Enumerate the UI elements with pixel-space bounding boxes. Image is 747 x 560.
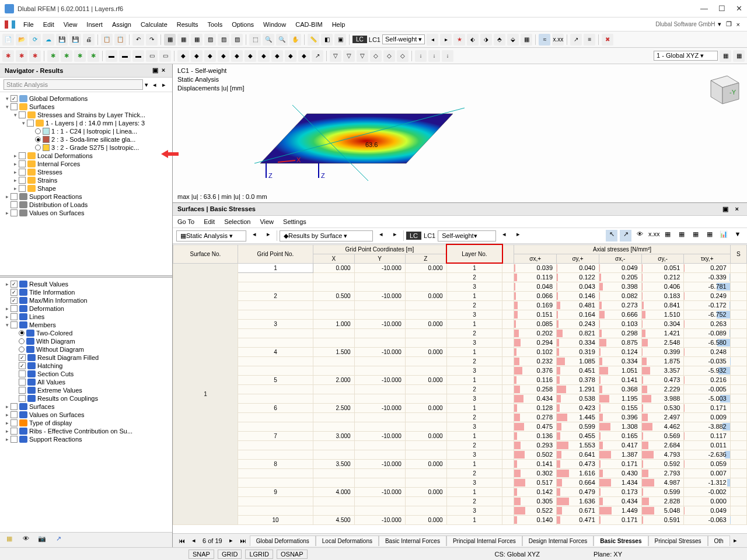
s2-icon[interactable]: ✱ [16,50,27,62]
tree-item[interactable]: ▸Result Values [1,280,171,288]
p2-icon[interactable]: ◆ [191,50,203,62]
ld3-icon[interactable]: ↓ [442,50,453,62]
tree-item[interactable]: ▸Stresses [1,168,171,176]
table-tab[interactable]: Oth [708,536,730,546]
tree-item[interactable]: Result Diagram Filled [1,354,171,362]
m4-icon[interactable]: ▭ [146,50,158,62]
p9-icon[interactable]: ◆ [285,50,296,62]
tree-item[interactable]: ▸Lines [1,313,171,321]
sup1-icon[interactable]: ▽ [330,50,341,62]
col-sx-[interactable]: σx,- [599,254,641,263]
ld2-icon[interactable]: ↓ [428,50,440,62]
nav-next-icon[interactable]: ▸ [159,81,169,89]
lc-select[interactable]: Self-weight ▾ [382,34,425,44]
tree-item[interactable]: ▸Ribs - Effective Contribution on Su... [1,427,171,435]
menu-options[interactable]: Options [227,21,259,28]
cloud-icon[interactable]: ☁ [43,34,54,46]
table-results-select[interactable]: ◆ Results by Surface ▾ [280,230,373,242]
tree-item[interactable]: All Values [1,378,171,386]
sup4-icon[interactable]: ◇ [370,50,382,62]
tbl-prev1-icon[interactable]: ◂ [249,230,260,242]
close-button[interactable]: ✕ [736,4,742,13]
menu-results[interactable]: Results [172,21,203,28]
col-y[interactable]: Y [354,254,405,263]
menu-file[interactable]: File [19,21,39,28]
filter-icon[interactable]: ✖ [602,34,613,46]
col-layer[interactable]: Layer No. [446,244,502,263]
p7-icon[interactable]: ◆ [258,50,270,62]
tbl-next2-icon[interactable]: ▸ [389,230,401,242]
menu-tools[interactable]: Tools [203,21,227,28]
tab-prev-icon[interactable]: ◂ [189,537,199,544]
table-tab[interactable]: Design Internal Forces [522,536,594,546]
col-x[interactable]: X [313,254,354,263]
tbl-tool7-icon[interactable]: ▦ [690,230,701,242]
grid-icon[interactable]: ▨ [204,34,216,46]
s3-icon[interactable]: ✱ [29,50,41,62]
undo-icon[interactable]: ↶ [132,34,144,46]
table-row[interactable]: 20.2781.4450.3962.4970.009 [173,412,747,422]
menu-cadbim[interactable]: CAD-BIM [291,21,327,28]
mdi-restore-icon[interactable]: ❐ [724,20,734,28]
colgroup-coords[interactable]: Grid Point Coordinates [m] [313,244,446,254]
results-table[interactable]: Surface No. Grid Point No. Grid Point Co… [173,244,747,525]
table-row[interactable]: 20.3021.6160.4302.7930.007 [173,468,747,478]
r1-icon[interactable]: ↗ [570,34,582,46]
tree-item[interactable]: Hatching [1,362,171,370]
view-icon[interactable]: ▣ [334,34,346,46]
col-gridpoint[interactable]: Grid Point No. [238,244,313,263]
p10-icon[interactable]: ◆ [298,50,310,62]
menu-assign[interactable]: Assign [107,21,136,28]
table-row[interactable]: 20.1190.1220.2050.212-0.339 [173,272,747,282]
tm-view[interactable]: View [260,218,274,225]
tree-item[interactable]: ▾Stresses and Strains by Layer Thick... [1,111,171,119]
sb-osnap[interactable]: OSNAP [277,550,308,559]
m2-icon[interactable]: ▬ [119,50,131,62]
next-lc-icon[interactable]: ▸ [440,34,452,46]
col-sy+[interactable]: σy,+ [557,254,599,263]
col-s[interactable]: S [730,244,746,263]
tree-item[interactable]: Title Information [1,288,171,296]
zoom2-icon[interactable]: 🔍 [276,34,288,46]
table-row[interactable]: 30.2940.3340.8752.548-6.580 [173,338,747,347]
save-icon[interactable]: 💾 [56,34,68,46]
tree-item[interactable]: Extreme Values [1,386,171,394]
tbl-tool1-icon[interactable]: ↖ [606,230,617,242]
tree-item[interactable]: 2 : 3 - Soda-lime silicate gla... [1,135,171,144]
col-sx+[interactable]: σx,+ [514,254,557,263]
g2-icon[interactable]: ✱ [61,50,72,62]
sb-lgrid[interactable]: LGRID [245,550,273,559]
tree-item[interactable]: ▸Internal Forces [1,160,171,168]
copy-icon[interactable]: 📋 [101,34,113,46]
tbl-prev2-icon[interactable]: ◂ [375,230,387,242]
tm-goto[interactable]: Go To [177,218,194,225]
tabs-scroll-icon[interactable]: ▸ [730,537,741,544]
col-sy-[interactable]: σy,- [641,254,684,263]
tree-item[interactable]: ▸Strains [1,176,171,184]
tbl-tool6-icon[interactable]: ▦ [676,230,687,242]
table-row[interactable]: 30.3760.4511.0513.357-5.932 [173,366,747,375]
nav-pin-icon[interactable]: ▣ [151,66,159,75]
maximize-button[interactable]: ☐ [718,4,725,13]
t5-icon[interactable]: ▦ [521,34,532,46]
nav-camera-icon[interactable]: 📷 [36,535,48,545]
m3-icon[interactable]: ▬ [132,50,144,62]
star-icon[interactable]: ★ [453,34,465,46]
print-icon[interactable]: 🖨 [83,34,95,46]
table-row[interactable]: 52.000-10.0000.00010.1160.3780.1410.4730… [173,375,747,384]
table-tab[interactable]: Basic Stresses [594,536,648,546]
mdi-close-icon[interactable]: × [734,21,742,28]
table-pin-icon[interactable]: ▣ [719,205,732,213]
table-row[interactable]: 20.2020.8210.2981.421-0.089 [173,328,747,338]
sup5-icon[interactable]: ◇ [383,50,395,62]
tree-item[interactable]: ▸Values on Surfaces [1,411,171,419]
tbl-tool2-icon[interactable]: ↗ [620,230,631,242]
table-row[interactable]: 104.500-10.0000.00010.1400.4710.1710.591… [173,515,747,524]
tbl-next3-icon[interactable]: ▸ [512,230,524,242]
col-txy+[interactable]: τxy,+ [684,254,730,263]
tree-item[interactable]: Max/Min Information [1,296,171,304]
t1-icon[interactable]: ⬖ [467,34,479,46]
table-row[interactable]: 20.2321.0850.3341.875-0.035 [173,356,747,366]
colgroup-stresses[interactable]: Axial stresses [N/mm²] [514,244,730,254]
col-surface[interactable]: Surface No. [173,244,238,263]
